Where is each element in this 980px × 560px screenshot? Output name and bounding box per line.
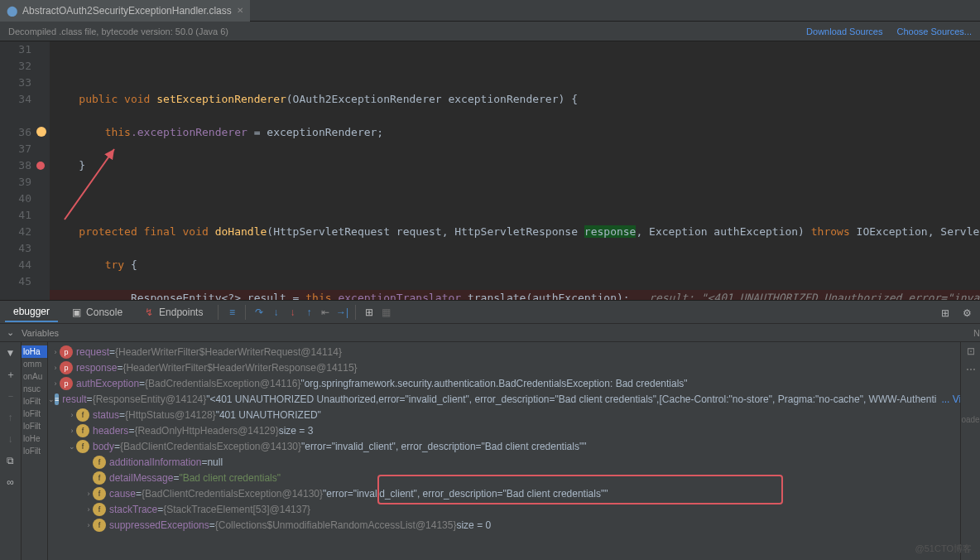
chevron-down-icon[interactable]: ⌄ [68,442,76,451]
filter-icon[interactable]: ▼ [3,345,18,360]
loader-hint: oade [961,415,979,424]
expand-icon[interactable]: ⊡ [967,345,975,357]
debug-panel: ebugger ▣Console ↯Endpoints ≡ ↷ ↓ ↓ ↑ ⇤ … [0,300,980,560]
info-text: Decompiled .class file, bytecode version… [8,27,228,36]
code-body[interactable]: public void setExceptionRenderer(OAuth2E… [50,41,980,300]
tab-label: AbstractOAuth2SecurityExceptionHandler.c… [22,5,232,17]
remove-icon[interactable]: － [3,389,18,403]
debug-side-toolbar: ▼ ＋ － ↑ ↓ ⧉ ∞ [0,342,22,560]
entity-icon: ≡ [55,393,59,405]
up-icon[interactable]: ↑ [3,410,18,425]
choose-sources-link[interactable]: Choose Sources... [897,27,973,36]
chevron-right-icon[interactable]: › [68,427,76,435]
chevron-down-icon[interactable]: ⌄ [48,395,55,403]
variables-body: ▼ ＋ － ↑ ↓ ⧉ ∞ loHaommonAunsucloFiltloFil… [0,342,980,560]
field-icon: f [76,440,89,453]
java-icon: ⬤ [7,5,17,17]
field-icon: f [93,471,106,485]
new-watch-icon[interactable]: N [973,328,980,338]
param-icon: p [60,361,73,374]
layout-icon[interactable]: ⊞ [937,305,954,321]
gear-icon[interactable]: ⚙ [958,305,975,321]
frames-strip[interactable]: loHaommonAunsucloFiltloFiltloFiltloHeloF… [22,342,48,560]
code-editor[interactable]: 3132333436373839404142434445 public void… [0,41,980,300]
download-sources-link[interactable]: Download Sources [806,27,882,36]
step-over-icon[interactable]: ↷ [252,306,266,319]
watermark: @51CTO博客 [915,543,972,555]
field-icon: f [93,456,106,469]
step-into-icon[interactable]: ↓ [269,306,282,319]
tab-endpoints[interactable]: ↯Endpoints [134,302,211,322]
step-out-icon[interactable]: ↑ [302,306,315,319]
field-icon: f [76,424,89,437]
chevron-right-icon[interactable]: › [51,379,60,388]
chevron-right-icon[interactable]: › [68,411,76,419]
chevron-right-icon[interactable]: › [84,521,93,529]
copy-icon[interactable]: ⧉ [3,453,18,468]
evaluate-icon[interactable]: ⊞ [363,306,376,319]
tab-console[interactable]: ▣Console [61,302,131,322]
right-gutter: ⊡ ⋯ oade [960,342,980,560]
view-link[interactable]: ... View [941,393,960,405]
field-icon: f [93,487,106,500]
chevron-down-icon[interactable]: ⌄ [7,327,22,338]
decompile-info-bar: Decompiled .class file, bytecode version… [0,22,980,41]
close-icon[interactable]: ✕ [237,6,243,15]
drop-frame-icon[interactable]: ⇤ [319,306,332,319]
down-icon[interactable]: ↓ [3,432,18,447]
chevron-right-icon[interactable]: › [51,348,60,356]
bulb-icon[interactable] [36,127,46,137]
field-icon: f [93,519,106,532]
breakpoint-icon[interactable] [36,162,45,170]
run-to-cursor-icon[interactable]: →| [335,306,348,319]
chevron-right-icon[interactable]: › [84,490,93,498]
add-icon[interactable]: ＋ [3,367,18,382]
tab-bar: ⬤ AbstractOAuth2SecurityExceptionHandler… [0,0,980,22]
field-icon: f [93,503,106,516]
endpoints-icon: ↯ [142,306,156,319]
threads-icon[interactable]: ≡ [225,306,238,319]
tab-debugger[interactable]: ebugger [5,302,58,322]
line-gutter: 3132333436373839404142434445 [0,41,38,300]
param-icon: p [60,345,73,359]
console-icon: ▣ [70,306,83,319]
debug-toolbar: ebugger ▣Console ↯Endpoints ≡ ↷ ↓ ↓ ↑ ⇤ … [0,301,980,324]
file-tab[interactable]: ⬤ AbstractOAuth2SecurityExceptionHandler… [0,0,250,22]
chevron-right-icon[interactable]: › [51,364,60,372]
variables-tree[interactable]: ›prequest = {HeaderWriterFilter$HeaderWr… [48,342,960,560]
more-icon[interactable]: ⋯ [966,364,976,375]
force-step-icon[interactable]: ↓ [286,306,299,319]
chevron-right-icon[interactable]: › [84,505,93,514]
field-icon: f [76,408,89,422]
trace-icon[interactable]: ▦ [379,306,392,319]
variables-header: ⌄ Variables N [0,324,980,342]
link-icon[interactable]: ∞ [3,475,18,490]
param-icon: p [60,377,73,390]
gutter-icons [38,41,50,300]
